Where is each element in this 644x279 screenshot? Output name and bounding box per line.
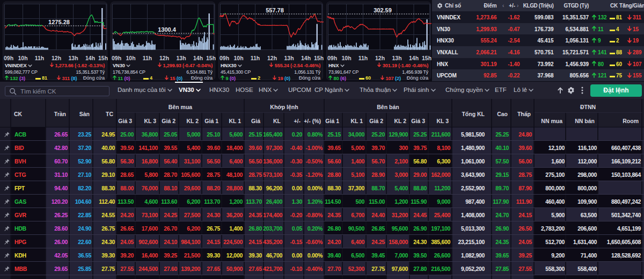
svg-text:12h: 12h <box>159 55 169 61</box>
svg-text:15h: 15h <box>98 55 108 61</box>
svg-text:11h: 11h <box>251 55 260 61</box>
svg-text:13h: 13h <box>392 55 401 61</box>
svg-text:11h: 11h <box>143 55 152 61</box>
svg-text:10h: 10h <box>18 55 27 61</box>
svg-text:14h: 14h <box>301 55 311 61</box>
svg-text:13h: 13h <box>284 55 294 61</box>
svg-text:15h: 15h <box>422 55 431 61</box>
svg-text:1275.28: 1275.28 <box>48 19 70 25</box>
svg-text:09h: 09h <box>4 55 13 61</box>
svg-text:11h: 11h <box>358 55 368 61</box>
svg-text:15h: 15h <box>206 55 216 61</box>
svg-text:1300.4: 1300.4 <box>158 26 177 33</box>
svg-text:14h: 14h <box>409 55 419 61</box>
svg-text:11h: 11h <box>35 55 45 61</box>
svg-text:14h: 14h <box>193 55 203 61</box>
svg-text:557.78: 557.78 <box>266 7 284 13</box>
svg-text:13h: 13h <box>68 55 78 61</box>
svg-text:10h: 10h <box>341 55 351 61</box>
svg-text:15h: 15h <box>314 55 324 61</box>
svg-text:09h: 09h <box>327 55 337 61</box>
svg-text:12h: 12h <box>52 55 61 61</box>
svg-text:302.59: 302.59 <box>374 7 392 13</box>
svg-text:14h: 14h <box>85 55 95 61</box>
svg-text:12h: 12h <box>267 55 277 61</box>
svg-text:10h: 10h <box>126 55 135 61</box>
svg-text:13h: 13h <box>176 55 186 61</box>
svg-text:09h: 09h <box>112 55 121 61</box>
svg-text:09h: 09h <box>219 55 229 61</box>
svg-text:10h: 10h <box>233 55 243 61</box>
svg-text:12h: 12h <box>375 55 385 61</box>
